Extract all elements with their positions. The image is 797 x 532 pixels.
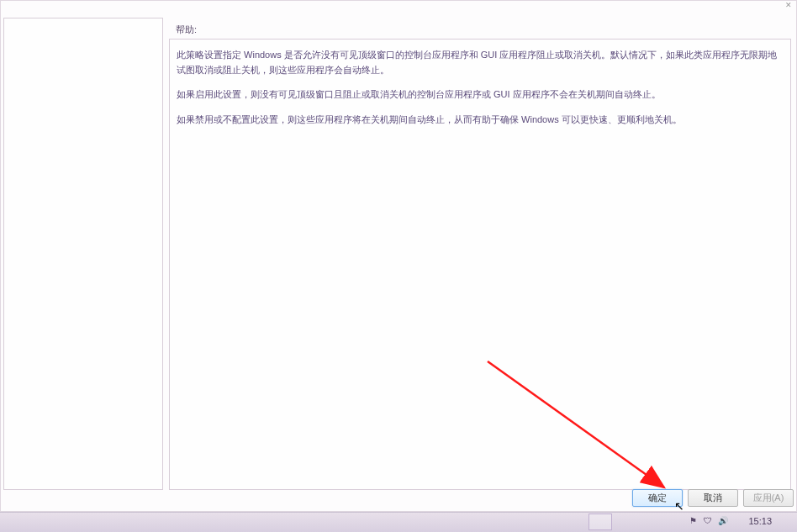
taskbar-clock[interactable]: 15:13 xyxy=(748,516,772,526)
speaker-icon[interactable]: 🔊 xyxy=(718,516,730,528)
shield-icon[interactable]: 🛡 xyxy=(704,516,715,528)
help-paragraph-2: 如果启用此设置，则没有可见顶级窗口且阻止或取消关机的控制台应用程序或 GUI 应… xyxy=(177,87,784,103)
help-paragraph-1: 此策略设置指定 Windows 是否允许没有可见顶级窗口的控制台应用程序和 GU… xyxy=(177,48,784,77)
close-icon[interactable]: ✕ xyxy=(781,1,796,13)
policy-dialog: ✕ 帮助: 此策略设置指定 Windows 是否允许没有可见顶级窗口的控制台应用… xyxy=(0,0,797,512)
taskbar: ⚑ 🛡 🔊 15:13 xyxy=(0,512,797,532)
left-options-panel xyxy=(3,18,163,490)
help-text-panel: 此策略设置指定 Windows 是否允许没有可见顶级窗口的控制台应用程序和 GU… xyxy=(169,39,791,490)
help-paragraph-3: 如果禁用或不配置此设置，则这些应用程序将在关机期间自动终止，从而有助于确保 Wi… xyxy=(177,113,784,128)
ok-button[interactable]: 确定 xyxy=(632,489,683,507)
system-tray[interactable]: ⚑ 🛡 🔊 xyxy=(689,516,730,528)
apply-button[interactable]: 应用(A) xyxy=(743,489,794,507)
cancel-button[interactable]: 取消 xyxy=(688,489,738,507)
dialog-button-bar: 确定 取消 应用(A) xyxy=(632,489,794,507)
taskbar-item[interactable] xyxy=(589,514,612,530)
flag-icon[interactable]: ⚑ xyxy=(689,516,701,528)
help-label: 帮助: xyxy=(176,24,197,36)
